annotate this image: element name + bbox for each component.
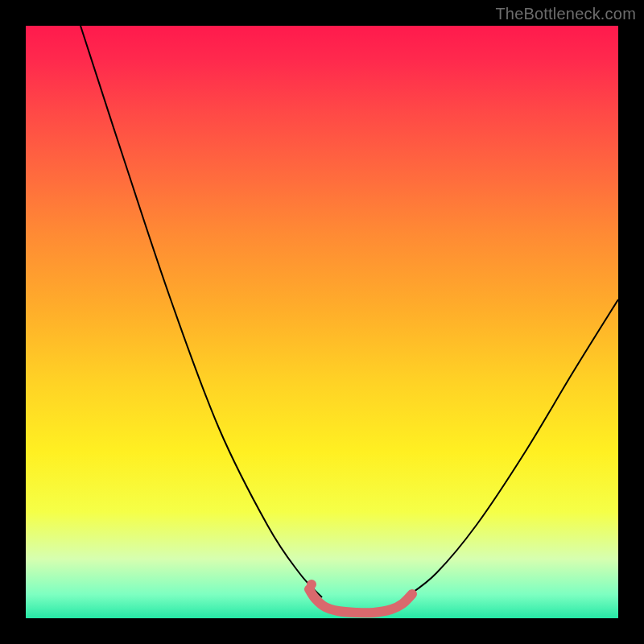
chart-frame: TheBottleneck.com bbox=[0, 0, 644, 644]
bottom-red-segment bbox=[309, 589, 412, 613]
plot-area bbox=[26, 26, 618, 618]
watermark-label: TheBottleneck.com bbox=[495, 5, 636, 23]
right-curve bbox=[406, 299, 618, 597]
curve-layer bbox=[26, 26, 618, 618]
left-dot-marker bbox=[307, 580, 316, 589]
left-curve bbox=[80, 26, 322, 597]
